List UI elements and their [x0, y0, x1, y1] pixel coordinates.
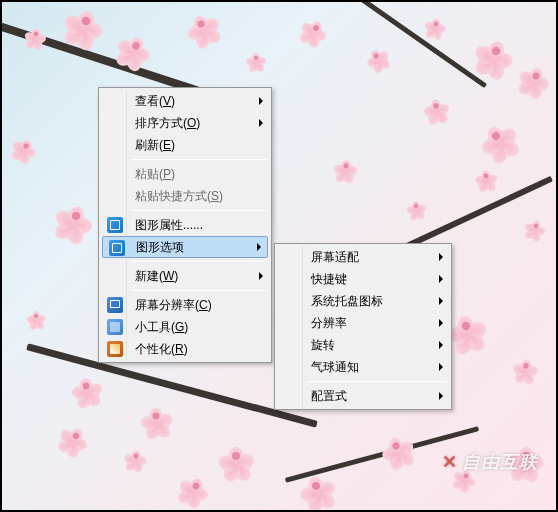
submenu-arrow-icon	[259, 97, 263, 105]
contextMenu-item-8[interactable]: 图形选项	[102, 236, 268, 258]
res-icon	[107, 297, 123, 313]
submenu-item-0[interactable]: 屏幕适配	[277, 246, 449, 268]
menu-item-shortcut: (V)	[159, 94, 175, 108]
submenu-arrow-icon	[259, 119, 263, 127]
submenu-arrow-icon	[439, 363, 443, 371]
menu-item-label: 系统托盘图标	[311, 294, 383, 308]
menu-item-label: 屏幕适配	[311, 250, 359, 264]
menu-item-label: 新建	[135, 269, 159, 283]
graphics-options-submenu: 屏幕适配快捷键系统托盘图标分辨率旋转气球通知配置式	[274, 243, 452, 410]
desktop-context-menu: 查看(V)排序方式(O)刷新(E)粘贴(P)粘贴快捷方式(S)图形属性.....…	[98, 87, 272, 363]
menu-item-label: 旋转	[311, 338, 335, 352]
submenu-item-1[interactable]: 快捷键	[277, 268, 449, 290]
menu-item-label: 排序方式	[135, 116, 183, 130]
watermark-text: 自由互联	[442, 450, 538, 474]
menu-separator	[307, 381, 447, 382]
contextMenu-item-14[interactable]: 个性化(R)	[101, 338, 269, 360]
submenu-arrow-icon	[439, 319, 443, 327]
contextMenu-item-10[interactable]: 新建(W)	[101, 265, 269, 287]
menu-item-label: 分辨率	[311, 316, 347, 330]
menu-item-label: 屏幕分辨率	[135, 298, 195, 312]
contextMenu-item-5: 粘贴快捷方式(S)	[101, 185, 269, 207]
menu-separator	[131, 290, 267, 291]
menu-item-label: 图形选项	[136, 240, 184, 254]
menu-item-shortcut: (S)	[207, 189, 223, 203]
submenu-arrow-icon	[439, 297, 443, 305]
menu-item-shortcut: (O)	[183, 116, 200, 130]
menu-separator	[131, 159, 267, 160]
contextMenu-item-13[interactable]: 小工具(G)	[101, 316, 269, 338]
submenu-arrow-icon	[439, 392, 443, 400]
menu-item-shortcut: (W)	[159, 269, 178, 283]
submenu-arrow-icon	[439, 341, 443, 349]
gadget-icon	[107, 319, 123, 335]
submenu-item-7[interactable]: 配置式	[277, 385, 449, 407]
gfx-icon	[109, 240, 125, 256]
submenu-item-2[interactable]: 系统托盘图标	[277, 290, 449, 312]
submenu-item-4[interactable]: 旋转	[277, 334, 449, 356]
submenu-item-3[interactable]: 分辨率	[277, 312, 449, 334]
menu-item-shortcut: (E)	[159, 138, 175, 152]
menu-item-shortcut: (G)	[171, 320, 188, 334]
submenu-arrow-icon	[257, 243, 261, 251]
submenu-arrow-icon	[259, 272, 263, 280]
contextMenu-item-2[interactable]: 刷新(E)	[101, 134, 269, 156]
menu-item-label: 快捷键	[311, 272, 347, 286]
gfx-icon	[107, 217, 123, 233]
menu-separator	[131, 210, 267, 211]
pers-icon	[107, 341, 123, 357]
contextMenu-item-1[interactable]: 排序方式(O)	[101, 112, 269, 134]
menu-item-label: 个性化	[135, 342, 171, 356]
contextMenu-item-12[interactable]: 屏幕分辨率(C)	[101, 294, 269, 316]
menu-item-label: 查看	[135, 94, 159, 108]
menu-item-shortcut: (R)	[171, 342, 188, 356]
menu-item-label: 配置式	[311, 389, 347, 403]
contextMenu-item-0[interactable]: 查看(V)	[101, 90, 269, 112]
menu-item-label: 粘贴快捷方式	[135, 189, 207, 203]
menu-item-label: 粘贴	[135, 167, 159, 181]
contextMenu-item-4: 粘贴(P)	[101, 163, 269, 185]
submenu-arrow-icon	[439, 253, 443, 261]
menu-separator	[131, 261, 267, 262]
menu-item-shortcut: (P)	[159, 167, 175, 181]
submenu-item-5[interactable]: 气球通知	[277, 356, 449, 378]
menu-item-shortcut: (C)	[195, 298, 212, 312]
contextMenu-item-7[interactable]: 图形属性......	[101, 214, 269, 236]
submenu-arrow-icon	[439, 275, 443, 283]
menu-item-label: 气球通知	[311, 360, 359, 374]
menu-item-label: 图形属性......	[135, 218, 203, 232]
menu-item-label: 小工具	[135, 320, 171, 334]
menu-item-label: 刷新	[135, 138, 159, 152]
